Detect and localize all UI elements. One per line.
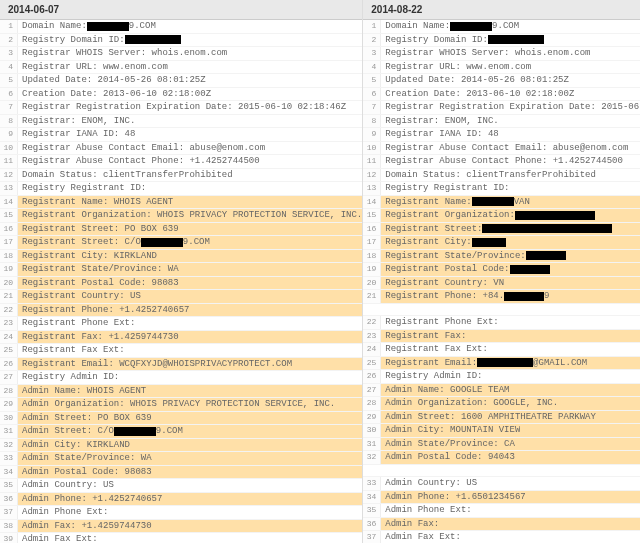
text-segment: Admin Postal Code: 98083 <box>22 466 152 479</box>
line-number: 25 <box>363 357 381 370</box>
left-row: 34Admin Postal Code: 98083 <box>0 466 362 480</box>
text-segment: Admin Fax Ext: <box>385 531 461 543</box>
text-segment: Admin Country: US <box>385 477 477 490</box>
right-row: 29Admin Street: 1600 AMPHITHEATRE PARKWA… <box>363 411 640 425</box>
line-text: Registrar URL: www.enom.com <box>381 61 531 74</box>
line-number: 25 <box>0 344 18 357</box>
right-header: 2014-08-22 <box>363 0 640 20</box>
text-segment: Admin Street: 1600 AMPHITHEATRE PARKWAY <box>385 411 596 424</box>
line-number: 19 <box>0 263 18 276</box>
text-segment: Registrant Phone Ext: <box>22 317 135 330</box>
line-number: 24 <box>363 343 381 356</box>
line-number: 30 <box>363 424 381 437</box>
text-segment: 9.COM <box>156 425 183 438</box>
line-text: Domain Status: clientTransferProhibited <box>18 169 233 182</box>
line-number: 27 <box>363 384 381 397</box>
left-row: 17Registrant Street: C/O 9.COM <box>0 236 362 250</box>
line-number: 5 <box>363 74 381 87</box>
line-text: Creation Date: 2013-06-10 02:18:00Z <box>381 88 574 101</box>
line-text: Registrant City: KIRKLAND <box>18 250 157 263</box>
line-number: 18 <box>0 250 18 263</box>
left-row: 6Creation Date: 2013-06-10 02:18:00Z <box>0 88 362 102</box>
line-number: 10 <box>363 142 381 155</box>
text-segment: Admin Fax: +1.4259744730 <box>22 520 152 533</box>
line-text: Registrant Organization: <box>381 209 595 222</box>
text-segment: Domain Status: clientTransferProhibited <box>22 169 233 182</box>
line-number: 23 <box>0 317 18 330</box>
line-text: Registrar URL: www.enom.com <box>18 61 168 74</box>
line-number: 1 <box>0 20 18 33</box>
left-row: 38Admin Fax: +1.4259744730 <box>0 520 362 534</box>
text-segment: Registrar Registration Expiration Date: … <box>385 101 640 114</box>
left-row: 27Registry Admin ID: <box>0 371 362 385</box>
redaction-block <box>114 427 156 436</box>
line-number: 26 <box>0 358 18 371</box>
right-row: 28Admin Organization: GOOGLE, INC. <box>363 397 640 411</box>
redaction-block <box>472 197 514 206</box>
line-text: Registrant Fax: <box>381 330 466 343</box>
text-segment: Registrant Phone: +1.4252740657 <box>22 304 189 317</box>
text-segment: Admin City: MOUNTAIN VIEW <box>385 424 520 437</box>
line-number: 1 <box>363 20 381 33</box>
line-number: 37 <box>0 506 18 519</box>
text-segment: Registrant Name: WHOIS AGENT <box>22 196 173 209</box>
line-number: 6 <box>363 88 381 101</box>
redaction-block <box>526 251 566 260</box>
redaction-block <box>482 224 612 233</box>
right-row: 32Admin Postal Code: 94043 <box>363 451 640 465</box>
line-number: 8 <box>363 115 381 128</box>
line-number: 29 <box>363 411 381 424</box>
left-panel: 2014-06-07 1Domain Name: 9.COM2Registry … <box>0 0 363 543</box>
line-text: Registrant Email: @GMAIL.COM <box>381 357 587 370</box>
text-segment: Registrar IANA ID: 48 <box>22 128 135 141</box>
line-number: 4 <box>0 61 18 74</box>
left-row: 23Registrant Phone Ext: <box>0 317 362 331</box>
text-segment: Registrant Street: <box>385 223 482 236</box>
text-segment: Admin City: KIRKLAND <box>22 439 130 452</box>
text-segment: Registrant Organization: WHOIS PRIVACY P… <box>22 209 362 222</box>
text-segment: Registrar Abuse Contact Phone: +1.425274… <box>22 155 260 168</box>
right-row: 16Registrant Street: <box>363 223 640 237</box>
left-row: 7Registrar Registration Expiration Date:… <box>0 101 362 115</box>
line-number: 16 <box>0 223 18 236</box>
redaction-block <box>488 35 544 44</box>
line-number: 33 <box>363 477 381 490</box>
line-text: Registrant Country: US <box>18 290 141 303</box>
redaction-block <box>141 238 183 247</box>
text-segment: Registry Domain ID: <box>385 34 488 47</box>
line-text: Registrar Registration Expiration Date: … <box>381 101 640 114</box>
line-text: Registrant Name: WHOIS AGENT <box>18 196 173 209</box>
text-segment: Admin Name: GOOGLE TEAM <box>385 384 509 397</box>
line-text: Admin Country: US <box>18 479 114 492</box>
line-text: Registrant Postal Code: 98083 <box>18 277 179 290</box>
text-segment: Registrant City: KIRKLAND <box>22 250 157 263</box>
line-text: Registrant Fax: +1.4259744730 <box>18 331 179 344</box>
text-segment: Registry Registrant ID: <box>385 182 509 195</box>
right-row: 24Registrant Fax Ext: <box>363 343 640 357</box>
left-row: 30Admin Street: PO BOX 639 <box>0 412 362 426</box>
left-row: 29Admin Organization: WHOIS PRIVACY PROT… <box>0 398 362 412</box>
line-text: Admin Phone: +1.4252740657 <box>18 493 162 506</box>
line-text: Registry Admin ID: <box>18 371 119 384</box>
line-number: 5 <box>0 74 18 87</box>
text-segment: Admin Organization: GOOGLE, INC. <box>385 397 558 410</box>
left-row: 28Admin Name: WHOIS AGENT <box>0 385 362 399</box>
right-row: 21Registrant Phone: +84.9 <box>363 290 640 304</box>
text-segment: Registrar Abuse Contact Email: abuse@eno… <box>385 142 628 155</box>
line-text: Admin Fax: +1.4259744730 <box>18 520 152 533</box>
right-row: 10Registrar Abuse Contact Email: abuse@e… <box>363 142 640 156</box>
line-text: Registrant State/Province: WA <box>18 263 179 276</box>
line-number: 11 <box>0 155 18 168</box>
line-number: 7 <box>0 101 18 114</box>
left-row: 39Admin Fax Ext: <box>0 533 362 543</box>
line-text: Registrar: ENOM, INC. <box>381 115 498 128</box>
right-row: 33Admin Country: US <box>363 477 640 491</box>
left-row: 36Admin Phone: +1.4252740657 <box>0 493 362 507</box>
line-text: Admin Postal Code: 98083 <box>18 466 152 479</box>
text-segment: Admin Phone: +1.4252740657 <box>22 493 162 506</box>
line-number: 34 <box>363 491 381 504</box>
text-segment: Registrant Email: WCQFXYJD@WHOISPRIVACYP… <box>22 358 292 371</box>
line-text: Creation Date: 2013-06-10 02:18:00Z <box>18 88 211 101</box>
line-number: 2 <box>0 34 18 47</box>
text-segment: Registry Registrant ID: <box>22 182 146 195</box>
